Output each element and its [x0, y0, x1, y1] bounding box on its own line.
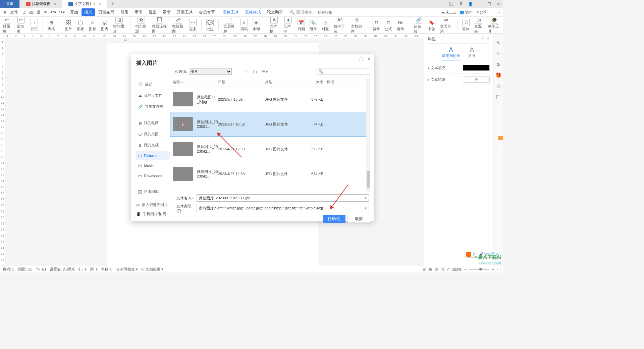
- search-cmd[interactable]: 查找命令、: [296, 9, 316, 15]
- apps-icon[interactable]: ⠿: [456, 2, 466, 6]
- col-name[interactable]: 名称 ▴: [173, 80, 218, 85]
- coop-button[interactable]: 👥 协作: [460, 10, 473, 15]
- outline-select[interactable]: 无: [463, 77, 490, 83]
- more-icon[interactable]: ⋯: [490, 10, 494, 14]
- ribbon-res[interactable]: 🗂资源夹: [474, 17, 484, 34]
- col-tag[interactable]: 标记: [323, 80, 370, 85]
- side-pictures[interactable]: 🗀 Pictures: [136, 151, 170, 160]
- menu-review[interactable]: 审阅: [132, 8, 145, 16]
- ribbon-pagenum[interactable]: #页码: [240, 19, 248, 32]
- open-button[interactable]: 打开(O): [323, 215, 345, 223]
- cancel-button[interactable]: 取消: [347, 215, 370, 223]
- open-icon[interactable]: 🗁: [29, 10, 34, 15]
- side-downloads[interactable]: 🗀 Downloads: [136, 171, 170, 180]
- ribbon-parts[interactable]: ⎘文档部件: [351, 17, 363, 34]
- view-mode-icon[interactable]: ◫: [440, 267, 444, 271]
- hamburger-icon[interactable]: ≡: [2, 10, 7, 15]
- share-button[interactable]: ↗ 分享: [476, 10, 487, 15]
- status-col[interactable]: 列: 1: [90, 267, 98, 272]
- ribbon-break[interactable]: ⫞分页: [31, 19, 38, 32]
- location-icon[interactable]: ◎: [496, 83, 500, 89]
- file-row[interactable]: 微信截图111_2.jpg2023/3/7 15:32JPG 图片文件379 K…: [170, 87, 370, 112]
- page-hamburger-icon[interactable]: ≡: [124, 37, 131, 44]
- pencil-icon[interactable]: ✎: [496, 40, 500, 46]
- search-template-input[interactable]: [318, 10, 344, 14]
- avatar-icon[interactable]: 👤: [466, 2, 475, 6]
- ribbon-object[interactable]: ◇对象: [322, 19, 329, 32]
- ribbon-shape[interactable]: ◯形状: [77, 19, 84, 32]
- ribbon-attach[interactable]: 📎附件: [310, 19, 317, 32]
- ribbon-date[interactable]: 📅日期: [298, 19, 305, 32]
- ribbon-table[interactable]: ⊞表格: [48, 19, 55, 32]
- ribbon-picture[interactable]: 🖼图片: [65, 19, 72, 32]
- ribbon-smart[interactable]: ⿻智能图形: [113, 17, 125, 34]
- ribbon-link[interactable]: 🔗超链接: [414, 17, 423, 34]
- filetype-select[interactable]: 所有图片(*.emf;*.wmf;*.jpg;*.jpeg;*.jpe;*.pn…: [197, 205, 369, 212]
- menu-file[interactable]: 文件: [8, 8, 20, 16]
- minimize-icon[interactable]: —: [475, 2, 484, 6]
- file-row[interactable]: 微信图片_2023042...2023/4/27 12:53JPG 图片文件53…: [170, 161, 370, 186]
- view-mode-icon[interactable]: ⊞: [423, 267, 426, 271]
- ribbon-dao[interactable]: ✿稻壳资源: [135, 17, 148, 34]
- settings-icon[interactable]: ⚙: [496, 62, 500, 67]
- tab-home[interactable]: 首页: [0, 0, 20, 8]
- view-mode-icon[interactable]: ▥: [434, 267, 438, 271]
- file-row[interactable]: 微信图片_2023042...2023/4/27 12:53JPG 图片文件37…: [170, 137, 370, 161]
- ribbon-more[interactable]: ⋯更多: [189, 19, 197, 32]
- color-picker[interactable]: [463, 65, 490, 71]
- dialog-close-icon[interactable]: ✕: [367, 56, 371, 61]
- pin-icon[interactable]: ⤢: [481, 36, 484, 42]
- ribbon-chart[interactable]: 📊图表: [101, 19, 108, 32]
- view-mode-icon[interactable]: ▤: [428, 267, 432, 271]
- location-select[interactable]: 图片: [189, 68, 232, 75]
- ribbon-bookmark[interactable]: 🔖书签: [428, 19, 435, 32]
- close-window-icon[interactable]: ✕: [494, 2, 503, 6]
- status-spell[interactable]: ☑ 拼写检查 ▾: [116, 267, 138, 272]
- status-pages[interactable]: 页面: 1/1: [17, 267, 32, 272]
- new-tab-button[interactable]: ＋: [107, 0, 117, 8]
- layout-icon[interactable]: ⿴: [447, 2, 456, 6]
- ribbon-comment[interactable]: 💬批注: [206, 19, 214, 32]
- ribbon-form[interactable]: ☑窗体: [462, 19, 470, 32]
- tab-template[interactable]: 找稻壳模板×: [20, 0, 62, 8]
- close-icon[interactable]: ×: [54, 2, 56, 6]
- redo-icon[interactable]: ↷▾: [59, 10, 65, 15]
- menu-paper[interactable]: 论文助手: [264, 8, 286, 16]
- chevron-up-icon[interactable]: ︿: [497, 10, 501, 15]
- status-row[interactable]: 行: 1: [78, 267, 86, 272]
- ribbon-textbox[interactable]: A文本框: [270, 17, 279, 34]
- view-icon[interactable]: ☰▾: [262, 69, 268, 74]
- menu-tabletool[interactable]: 表格工具: [220, 8, 241, 16]
- new-icon[interactable]: 🗋: [22, 10, 26, 15]
- print-icon[interactable]: 🖶: [36, 10, 41, 15]
- dialog-min-icon[interactable]: ▢: [359, 56, 363, 61]
- menu-vip[interactable]: 会员专享: [196, 8, 218, 16]
- tab-document[interactable]: 文字文稿1•×: [62, 0, 107, 8]
- menu-view[interactable]: 视图: [146, 8, 159, 16]
- ribbon-teach[interactable]: 🎓教学工具: [488, 17, 500, 34]
- ribbon-icon[interactable]: ☺图标: [89, 19, 96, 32]
- up-icon[interactable]: ↑: [246, 69, 248, 74]
- menu-section[interactable]: 章节: [160, 8, 173, 16]
- newfolder-icon[interactable]: 🗀: [253, 69, 257, 74]
- scrollbar[interactable]: [366, 78, 370, 192]
- col-date[interactable]: 日期: [218, 80, 265, 85]
- side-desktop[interactable]: 🖵 我的桌面: [136, 129, 170, 139]
- status-page[interactable]: 页码: 1: [3, 267, 14, 272]
- tab-effect[interactable]: A效果: [468, 46, 476, 60]
- file-row[interactable]: 🐕 微信图片_2023031...2023/3/17 10:52JPG 图片文件…: [170, 112, 370, 137]
- status-setvalue[interactable]: 设置值: 2.5厘米: [50, 267, 75, 272]
- menu-start[interactable]: 开始: [67, 8, 81, 16]
- zoom-label[interactable]: 102%: [452, 267, 462, 271]
- dialog-search[interactable]: 🔍: [317, 68, 370, 75]
- filename-input[interactable]: 微信图片_20230317105217.jpg▾: [197, 194, 369, 202]
- preview-icon[interactable]: 👁: [43, 10, 48, 15]
- ribbon-dropcap[interactable]: Aᴬ首字下沉: [334, 17, 346, 34]
- status-doccheck[interactable]: ☑ 文档检查 ▾: [141, 267, 163, 272]
- side-docs[interactable]: 🗎 我的文档: [136, 140, 170, 150]
- zoom-in-icon[interactable]: +: [492, 267, 494, 271]
- tab-fill[interactable]: A填充与轮廓: [442, 46, 460, 60]
- ribbon-formula[interactable]: π公式: [385, 19, 392, 32]
- ribbon-symbol[interactable]: Ω符号: [373, 19, 380, 32]
- side-phone[interactable]: 📱 手机图片/拍照: [136, 211, 168, 216]
